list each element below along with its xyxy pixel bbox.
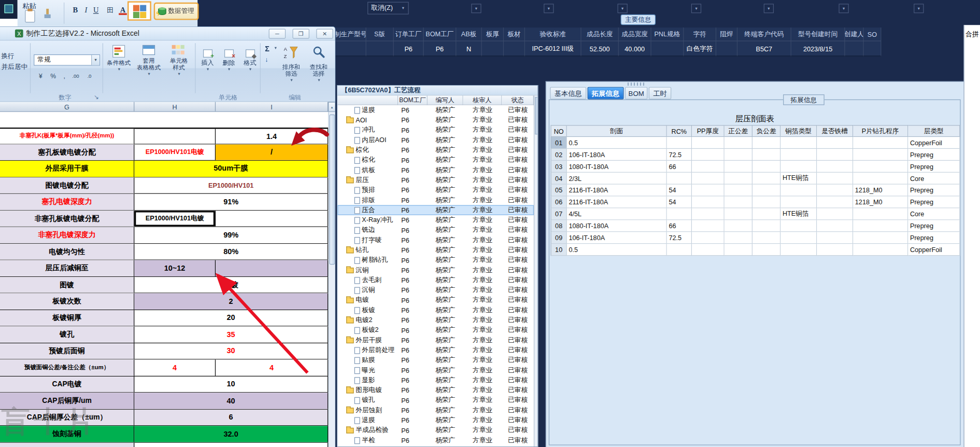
- merge-center-button[interactable]: 并后居中: [1, 63, 27, 72]
- lamination-row[interactable]: 100.5CopperFoil: [550, 244, 960, 256]
- lamination-row[interactable]: 010.5CopperFoil: [550, 137, 960, 149]
- panel-tab[interactable]: 基本信息: [550, 87, 586, 100]
- scrollbar-thumb[interactable]: [535, 97, 538, 134]
- column-header-i[interactable]: I: [216, 102, 328, 111]
- wrap-text-button[interactable]: 换行: [1, 52, 14, 61]
- tree-row[interactable]: 半成品检验P6杨荣广方章业已审核: [337, 425, 534, 435]
- tree-row[interactable]: 沉铜P6杨荣广方章业已审核: [337, 265, 534, 275]
- tree-row[interactable]: 排版P6杨荣广方章业已审核: [337, 195, 534, 205]
- sheet-cell[interactable]: 40: [134, 393, 328, 409]
- italic-button[interactable]: I: [81, 4, 92, 16]
- decrease-decimal-button[interactable]: .0: [84, 71, 95, 81]
- tree-row[interactable]: 退膜P6杨荣广方章业已审核: [337, 415, 534, 425]
- sheet-cell[interactable]: 99%: [134, 227, 328, 243]
- tree-row[interactable]: 棕化P6杨荣广方章业已审核: [337, 155, 534, 165]
- sheet-cell[interactable]: 4: [134, 359, 216, 375]
- sheet-cell[interactable]: [216, 260, 328, 276]
- sort-filter-button[interactable]: A Z 排序和 筛选 ▼: [277, 42, 305, 93]
- sheet-cell[interactable]: 6: [134, 409, 328, 425]
- sheet-cell[interactable]: 2: [134, 294, 328, 310]
- bold-button[interactable]: B: [70, 4, 81, 16]
- scrollbar-thumb[interactable]: [330, 115, 335, 264]
- borders-button[interactable]: 田: [105, 4, 116, 16]
- sheet-cell[interactable]: EP1000/HV101电镀: [134, 211, 216, 227]
- tree-row[interactable]: 板镀P6杨荣广方章业已审核: [337, 305, 534, 315]
- sheet-cell[interactable]: 32.0: [134, 426, 328, 442]
- dropdown-arrow[interactable]: [764, 4, 774, 13]
- tree-row[interactable]: 电镀P6杨荣广方章业已审核: [337, 295, 534, 305]
- tree-row[interactable]: 预排P6杨荣广方章业已审核: [337, 185, 534, 195]
- sheet-cell[interactable]: 图镀: [134, 277, 328, 293]
- tree-row[interactable]: 显影P6杨荣广方章业已审核: [337, 375, 534, 385]
- tree-row[interactable]: 去毛刺P6杨荣广方章业已审核: [337, 275, 534, 285]
- conditional-format-button[interactable]: 条件格式 ▼: [104, 42, 134, 93]
- format-as-table-button[interactable]: 套用 表格格式 ▼: [134, 42, 164, 93]
- sheet-cell[interactable]: 35: [134, 327, 328, 343]
- minimize-button[interactable]: ─: [269, 29, 286, 38]
- accounting-format-button[interactable]: ¥: [35, 71, 47, 81]
- tree-row[interactable]: 外层蚀刻P6杨荣广方章业已审核: [337, 405, 534, 415]
- data-tool-button[interactable]: [127, 1, 151, 20]
- cell-styles-button[interactable]: 单元格 样式 ▼: [164, 42, 194, 93]
- tree-row[interactable]: 图形电镀P6杨荣广方章业已审核: [337, 385, 534, 395]
- dropdown-arrow[interactable]: [471, 4, 481, 13]
- sheet-cell[interactable]: 10~12: [134, 260, 216, 276]
- tree-row[interactable]: 棕化P6杨荣广方章业已审核: [337, 145, 534, 155]
- tree-row[interactable]: 压合P6杨荣广方章业已审核: [337, 205, 534, 215]
- font-color-button[interactable]: A: [118, 4, 129, 16]
- sheet-cell[interactable]: 1.4: [216, 129, 328, 143]
- tree-row[interactable]: 外层干膜P6杨荣广方章业已审核: [337, 335, 534, 345]
- sheet-cell[interactable]: 20: [134, 310, 328, 326]
- fill-button[interactable]: ↓: [265, 55, 268, 63]
- tree-row[interactable]: 烘板P6杨荣广方章业已审核: [337, 165, 534, 175]
- tree-row[interactable]: 层压P6杨荣广方章业已审核: [337, 175, 534, 185]
- delete-cells-button[interactable]: × 删除 ▼: [219, 49, 239, 71]
- tree-row[interactable]: 冲孔P6杨荣广方章业已审核: [337, 125, 534, 135]
- sheet-cell[interactable]: EP1000/HV101电镀: [134, 144, 216, 160]
- lamination-row[interactable]: 031080-IT-180A66Prepreg: [550, 161, 960, 173]
- format-painter-icon[interactable]: [46, 9, 49, 15]
- lamination-row[interactable]: 081080-IT-180A66Prepreg: [550, 220, 960, 232]
- column-header-h[interactable]: H: [134, 102, 216, 111]
- tree-row[interactable]: 电镀2P6杨荣广方章业已审核: [337, 315, 534, 325]
- tree-row[interactable]: 半检P6杨荣广方章业已审核: [337, 435, 534, 445]
- lamination-row[interactable]: 02106-IT-180A72.5Prepreg: [550, 149, 960, 161]
- tree-scrollbar[interactable]: [534, 96, 538, 447]
- tree-row[interactable]: 沉铜P6杨荣广方章业已审核: [337, 285, 534, 295]
- tree-row[interactable]: 板镀2P6杨荣广方章业已审核: [337, 325, 534, 335]
- tree-row[interactable]: 钻孔P6杨荣广方章业已审核: [337, 245, 534, 255]
- tree-row[interactable]: 打字唛P6杨荣广方章业已审核: [337, 235, 534, 245]
- underline-button[interactable]: U: [91, 4, 102, 16]
- sheet-cell[interactable]: EP1000/HV101: [134, 177, 328, 193]
- tree-row[interactable]: 树脂钻孔P6杨荣广方章业已审核: [337, 255, 534, 265]
- lamination-row[interactable]: 074/5LHTE铜箔Core: [550, 208, 960, 220]
- tree-row[interactable]: AOIP6杨荣广方章业已审核: [337, 115, 534, 125]
- sheet-cell[interactable]: [134, 129, 216, 143]
- format-cells-button[interactable]: ◆ 格式 ▼: [240, 49, 260, 71]
- tree-row[interactable]: 内层AOIP6杨荣广方章业已审核: [337, 135, 534, 145]
- lamination-row[interactable]: 042/3LHTE铜箔Core: [550, 173, 960, 185]
- sheet-cell[interactable]: [216, 211, 328, 227]
- sheet-cell[interactable]: 91%: [134, 194, 328, 210]
- data-management-button[interactable]: ϟ 数据管理: [154, 3, 199, 20]
- increase-decimal-button[interactable]: .00: [70, 71, 81, 81]
- find-select-button[interactable]: 查找和 选择 ▼: [305, 42, 333, 93]
- sheet-cell[interactable]: 50um干膜: [134, 161, 328, 177]
- panel-tab[interactable]: 工时: [649, 87, 671, 100]
- lamination-row[interactable]: 062116-IT-180A541218_M0Prepreg: [550, 197, 960, 208]
- panel-tab[interactable]: BOM: [625, 87, 647, 100]
- autosum-button[interactable]: Σ: [265, 45, 269, 53]
- dropdown-arrow[interactable]: [544, 4, 553, 13]
- sheet-scrollbar[interactable]: [328, 112, 335, 447]
- tree-row[interactable]: X-Ray冲孔P6杨荣广方章业已审核: [337, 215, 534, 225]
- tree-row[interactable]: 退膜P6杨荣广方章业已审核: [337, 105, 534, 115]
- sheet-cell[interactable]: 4: [216, 359, 328, 375]
- column-header-g[interactable]: G: [0, 102, 134, 111]
- drag-gripper[interactable]: [628, 82, 646, 86]
- sheet-cell[interactable]: 80%: [134, 244, 328, 260]
- tree-row[interactable]: 外层前处理P6杨荣广方章业已审核: [337, 345, 534, 355]
- sheet-cell[interactable]: 30: [134, 343, 328, 359]
- dropdown-arrow[interactable]: [618, 4, 628, 13]
- number-format-select[interactable]: 常规▼: [34, 54, 100, 66]
- panel-tab[interactable]: 拓展信息: [588, 87, 624, 100]
